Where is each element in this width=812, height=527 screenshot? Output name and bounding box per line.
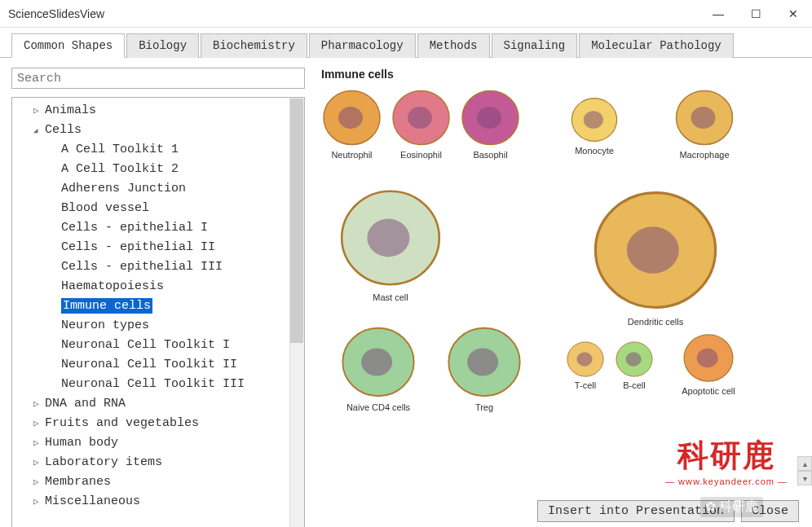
tree-item-neuronal-cell-toolkit-i[interactable]: Neuronal Cell Toolkit I: [12, 336, 304, 355]
preview-item-naive-cd4-cells[interactable]: Naive CD4 cells: [338, 323, 419, 412]
tab-common-shapes[interactable]: Common Shapes: [11, 33, 125, 58]
tree-item-adherens-junction[interactable]: Adherens Junction: [12, 179, 304, 199]
content-area: ▷Animals◢CellsA Cell Toolkit 1A Cell Too…: [0, 58, 812, 527]
tab-molecular-pathology[interactable]: Molecular Pathology: [579, 33, 734, 58]
tree-arrow-icon: ◢: [33, 125, 45, 137]
tree-item-label: Blood vessel: [61, 201, 149, 215]
cell-illustration-icon: [391, 87, 452, 148]
preview-item-label: Macrophage: [672, 150, 737, 160]
preview-item-label: Treg: [444, 402, 525, 412]
left-pane: ▷Animals◢CellsA Cell Toolkit 1A Cell Too…: [11, 68, 305, 527]
preview-item-macrophage[interactable]: Macrophage: [672, 87, 737, 160]
preview-item-t-cell[interactable]: T-cell: [566, 340, 605, 390]
preview-item-mast-cell[interactable]: Mast cell: [329, 185, 452, 302]
preview-item-monocyte[interactable]: Monocyte: [566, 95, 623, 156]
window-title: ScienceSlidesView: [8, 7, 699, 20]
tree-item-label: Human body: [45, 436, 118, 450]
tree-item-miscellaneous[interactable]: ▷Miscellaneous: [12, 492, 304, 512]
cell-illustration-icon: [680, 332, 737, 384]
tab-methods[interactable]: Methods: [417, 33, 490, 58]
preview-pane: Immune cells Neutrophil Eosinophil Basop…: [305, 68, 801, 527]
tree-item-label: Adherens Junction: [61, 182, 186, 195]
tree-item-membranes[interactable]: ▷Membranes: [12, 472, 304, 492]
preview-item-label: Apoptotic cell: [680, 386, 737, 396]
close-window-button[interactable]: ✕: [774, 0, 812, 28]
svg-point-15: [361, 348, 392, 375]
svg-point-13: [627, 226, 679, 274]
tree-item-neuronal-cell-toolkit-ii[interactable]: Neuronal Cell Toolkit II: [12, 355, 304, 375]
tree-item-cells-epithelial-i[interactable]: Cells - epithelial I: [12, 218, 304, 238]
svg-point-1: [338, 107, 363, 129]
preview-item-dendritic-cells[interactable]: Dendritic cells: [566, 185, 745, 327]
tree-item-laboratory-items[interactable]: ▷Laboratory items: [12, 453, 304, 472]
minimize-button[interactable]: —: [699, 0, 737, 28]
cell-illustration-icon: [566, 340, 605, 379]
tree-item-a-cell-toolkit-2[interactable]: A Cell Toolkit 2: [12, 160, 304, 179]
preview-item-label: Eosinophil: [391, 150, 452, 160]
tree-item-blood-vessel[interactable]: Blood vessel: [12, 199, 304, 218]
tree-item-immune-cells[interactable]: Immune cells: [12, 296, 304, 316]
tree-scrollbar[interactable]: [289, 98, 304, 527]
tree-item-haematopoiesis[interactable]: Haematopoiesis: [12, 277, 304, 296]
preview-item-treg[interactable]: Treg: [444, 323, 525, 412]
tree-item-label: Neuron types: [61, 318, 149, 332]
preview-scrollbar[interactable]: ▴ ▾: [797, 456, 812, 485]
search-input[interactable]: [11, 68, 305, 89]
svg-point-21: [625, 352, 641, 366]
tree-item-cells-epithelial-iii[interactable]: Cells - epithelial III: [12, 257, 304, 277]
preview-item-eosinophil[interactable]: Eosinophil: [391, 87, 452, 160]
tree-item-cells[interactable]: ◢Cells: [12, 121, 304, 140]
tree-item-label: Neuronal Cell Toolkit III: [61, 377, 245, 391]
tree-item-label: Cells - epithelial I: [61, 221, 208, 235]
tab-pharmacology[interactable]: Pharmacology: [309, 33, 416, 58]
cell-illustration-icon: [329, 185, 452, 291]
category-tree[interactable]: ▷Animals◢CellsA Cell Toolkit 1A Cell Too…: [12, 98, 304, 527]
svg-point-3: [408, 107, 432, 129]
preview-item-apoptotic-cell[interactable]: Apoptotic cell: [680, 332, 737, 396]
cell-illustration-icon: [672, 87, 737, 148]
tab-signaling[interactable]: Signaling: [492, 33, 578, 58]
preview-item-b-cell[interactable]: B-cell: [615, 340, 654, 390]
tree-item-neuron-types[interactable]: Neuron types: [12, 316, 304, 336]
window-controls: — ☐ ✕: [699, 0, 812, 28]
svg-point-5: [477, 107, 501, 129]
preview-item-label: Neutrophil: [321, 150, 382, 160]
tree-item-cells-epithelial-ii[interactable]: Cells - epithelial II: [12, 238, 304, 257]
maximize-button[interactable]: ☐: [737, 0, 774, 28]
preview-item-label: Basophil: [460, 150, 521, 160]
tree-item-label: Fruits and vegetables: [45, 416, 199, 430]
svg-point-23: [697, 349, 718, 367]
preview-item-label: Naive CD4 cells: [338, 402, 419, 412]
tree-item-label: Laboratory items: [45, 455, 162, 469]
scrollbar-thumb[interactable]: [290, 99, 303, 343]
tab-biochemistry[interactable]: Biochemistry: [201, 33, 307, 58]
svg-point-9: [691, 107, 716, 129]
tree-arrow-icon: ▷: [33, 456, 45, 471]
tree-item-label: Miscellaneous: [45, 494, 140, 508]
scroll-up-icon[interactable]: ▴: [797, 456, 812, 471]
tab-biology[interactable]: Biology: [126, 33, 199, 58]
preview-item-neutrophil[interactable]: Neutrophil: [321, 87, 382, 160]
preview-item-label: Monocyte: [566, 146, 623, 156]
tree-item-neuronal-cell-toolkit-iii[interactable]: Neuronal Cell Toolkit III: [12, 375, 304, 394]
tree-item-label: Membranes: [45, 475, 111, 489]
tree-arrow-icon: ▷: [33, 437, 45, 451]
tree-item-a-cell-toolkit-1[interactable]: A Cell Toolkit 1: [12, 140, 304, 160]
tree-item-dna-and-rna[interactable]: ▷DNA and RNA: [12, 394, 304, 414]
tree-item-label: Animals: [45, 103, 96, 117]
tree-arrow-icon: ▷: [33, 417, 45, 432]
scroll-down-icon[interactable]: ▾: [797, 471, 812, 485]
preview-grid: Neutrophil Eosinophil Basophil Monocyte …: [321, 87, 792, 527]
tree-item-label: A Cell Toolkit 2: [61, 162, 179, 176]
preview-item-label: B-cell: [615, 380, 654, 390]
cell-illustration-icon: [321, 87, 382, 148]
tree-item-human-body[interactable]: ▷Human body: [12, 433, 304, 453]
preview-item-basophil[interactable]: Basophil: [460, 87, 521, 160]
titlebar: ScienceSlidesView — ☐ ✕: [0, 0, 812, 28]
tree-item-animals[interactable]: ▷Animals: [12, 101, 304, 121]
tree-item-fruits-and-vegetables[interactable]: ▷Fruits and vegetables: [12, 414, 304, 433]
tree-arrow-icon: ▷: [33, 397, 45, 412]
watermark-small: ✿ 科研鹿: [700, 497, 763, 517]
cell-illustration-icon: [460, 87, 521, 148]
preview-item-label: Dendritic cells: [566, 317, 745, 327]
